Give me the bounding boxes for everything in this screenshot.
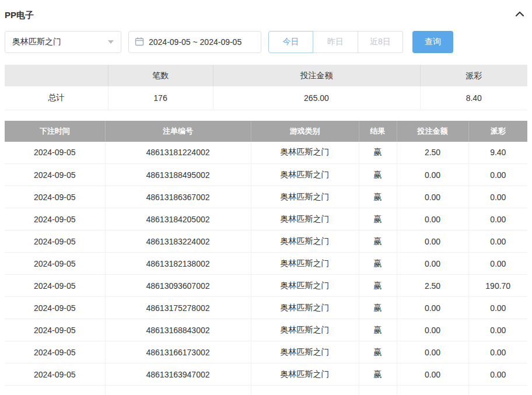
summary-header-bet-amount: 投注金额: [213, 65, 420, 86]
table-row: 2024-09-05 48613188495002 奥林匹斯之门 赢 0.00 …: [5, 164, 527, 186]
cell-game-category: 奥林匹斯之门: [251, 319, 359, 341]
cell-game-category: 奥林匹斯之门: [251, 208, 359, 230]
cell-bet-amount: 2.50: [397, 275, 468, 297]
table-row: 2024-09-05 48613186367002 奥林匹斯之门 赢 0.00 …: [5, 186, 527, 208]
summary-header-count: 笔数: [108, 65, 213, 86]
quick-date-button-group: 今日 昨日 近8日: [268, 31, 403, 53]
cell-bet-time: 2024-09-05: [5, 253, 105, 275]
table-row: 2024-09-05 48613166173002 奥林匹斯之门 赢 0.00 …: [5, 341, 527, 363]
yesterday-button[interactable]: 昨日: [313, 31, 358, 53]
cell-bet-time: 2024-09-05: [5, 297, 105, 319]
cell-bet-id: 48613093607002: [105, 275, 251, 297]
game-select-value: 奥林匹斯之门: [12, 37, 61, 47]
filter-bar: 奥林匹斯之门 2024-09-05 ~ 2024-09-05 今日 昨日 近8日…: [5, 31, 527, 53]
cell-payout: 0.00: [468, 363, 527, 386]
table-row: 2024-09-05 48613163947002 奥林匹斯之门 赢 0.00 …: [5, 363, 527, 386]
game-select[interactable]: 奥林匹斯之门: [5, 31, 121, 53]
cell-bet-amount: 0.00: [397, 319, 468, 341]
cell-bet-amount: 0.00: [397, 230, 468, 253]
calendar-icon: [135, 37, 144, 48]
cell-bet-amount: 0.00: [397, 253, 468, 275]
cell-payout: 0.00: [468, 164, 527, 186]
cell-result: 赢: [359, 208, 397, 230]
cell-result: 赢: [359, 186, 397, 208]
panel-header: PP电子: [5, 8, 527, 22]
cell-payout: 0.00: [468, 253, 527, 275]
cell-payout: 0.00: [468, 230, 527, 253]
table-row: 2024-09-05 48613168843002 奥林匹斯之门 赢 0.00 …: [5, 319, 527, 341]
cell-bet-id: 48613175278002: [105, 297, 251, 319]
cell-bet-time: 2024-09-05: [5, 275, 105, 297]
page-title: PP电子: [5, 10, 34, 21]
cell-bet-id: 48613183224002: [105, 230, 251, 253]
cell-bet-time: 2024-09-05: [5, 164, 105, 186]
cell-bet-amount: 0.00: [397, 297, 468, 319]
table-row: 2024-09-05 48613181224002 奥林匹斯之门 赢 2.50 …: [5, 142, 527, 164]
summary-header-payout: 派彩: [420, 65, 527, 86]
table-row: 2024-09-05 48613182138002 奥林匹斯之门 赢 0.00 …: [5, 253, 527, 275]
cell-bet-id: 48613163947002: [105, 363, 251, 386]
header-bet-id: 注单编号: [105, 121, 251, 142]
summary-total-row: 总计 176 265.00 8.40: [5, 86, 527, 110]
cell-bet-id: 48613168843002: [105, 319, 251, 341]
cell-payout: 0.00: [468, 341, 527, 363]
cell-bet-time: 2024-09-05: [5, 208, 105, 230]
cell-bet-id: 48613184205002: [105, 208, 251, 230]
header-game-category: 游戏类别: [251, 121, 359, 142]
cell-game-category: 奥林匹斯之门: [251, 341, 359, 363]
cell-result: 赢: [359, 275, 397, 297]
today-button[interactable]: 今日: [268, 31, 313, 53]
header-bet-amount: 投注金额: [397, 121, 468, 142]
cell-game-category: 奥林匹斯之门: [251, 363, 359, 386]
cell-bet-amount: 0.00: [397, 363, 468, 386]
cell-bet-id: 48613166173002: [105, 341, 251, 363]
cell-result: 赢: [359, 341, 397, 363]
cell-bet-time: 2024-09-05: [5, 319, 105, 341]
summary-table: 笔数 投注金额 派彩 总计 176 265.00 8.40: [5, 65, 527, 110]
cell-game-category: 奥林匹斯之门: [251, 186, 359, 208]
cell-game-category: 奥林匹斯之门: [251, 297, 359, 319]
cell-bet-id: 48613188495002: [105, 164, 251, 186]
cell-bet-amount: 2.50: [397, 142, 468, 164]
cell-game-category: 奥林匹斯之门: [251, 164, 359, 186]
cell-bet-amount: 0.00: [397, 208, 468, 230]
cell-bet-amount: 0.00: [397, 164, 468, 186]
cell-payout: 0.00: [468, 186, 527, 208]
cell-result: 赢: [359, 230, 397, 253]
summary-header-row: 笔数 投注金额 派彩: [5, 65, 527, 86]
summary-header-blank: [5, 65, 108, 86]
date-range-picker[interactable]: 2024-09-05 ~ 2024-09-05: [128, 31, 261, 53]
cell-result: 赢: [359, 297, 397, 319]
summary-payout-value: 8.40: [420, 86, 527, 110]
cell-payout: 9.40: [468, 142, 527, 164]
table-row: 2024-09-05 48613175278002 奥林匹斯之门 赢 0.00 …: [5, 297, 527, 319]
cell-bet-time: 2024-09-05: [5, 186, 105, 208]
cell-game-category: 奥林匹斯之门: [251, 253, 359, 275]
cell-result: 赢: [359, 164, 397, 186]
date-range-value: 2024-09-05 ~ 2024-09-05: [149, 37, 242, 47]
collapse-button[interactable]: [514, 10, 525, 20]
cell-bet-time: 2024-09-05: [5, 363, 105, 386]
cell-bet-id: 48613182138002: [105, 253, 251, 275]
query-button[interactable]: 查询: [412, 31, 453, 53]
cell-result: 赢: [359, 253, 397, 275]
summary-count-value: 176: [108, 86, 213, 110]
pp-electronic-panel: PP电子 奥林匹斯之门 2024-09-05 ~ 2024-09-05: [0, 0, 532, 395]
table-row: 2024-09-05 48613183224002 奥林匹斯之门 赢 0.00 …: [5, 230, 527, 253]
last-8-days-button[interactable]: 近8日: [358, 31, 403, 53]
cell-payout: 0.00: [468, 208, 527, 230]
records-header-row: 下注时间 注单编号 游戏类别 结果 投注金额 派彩: [5, 121, 527, 142]
header-bet-time: 下注时间: [5, 121, 105, 142]
cell-payout: 0.00: [468, 297, 527, 319]
chevron-up-icon: [514, 10, 525, 20]
cell-bet-id: 48613186367002: [105, 186, 251, 208]
table-row: 2024-09-05 48613093607002 奥林匹斯之门 赢 2.50 …: [5, 275, 527, 297]
cell-result: 赢: [359, 363, 397, 386]
cell-bet-id: 48613181224002: [105, 142, 251, 164]
cell-payout: 190.70: [468, 275, 527, 297]
cell-result: 赢: [359, 319, 397, 341]
cell-game-category: 奥林匹斯之门: [251, 230, 359, 253]
cell-game-category: 奥林匹斯之门: [251, 142, 359, 164]
cell-bet-amount: 0.00: [397, 186, 468, 208]
summary-bet-amount-value: 265.00: [213, 86, 420, 110]
